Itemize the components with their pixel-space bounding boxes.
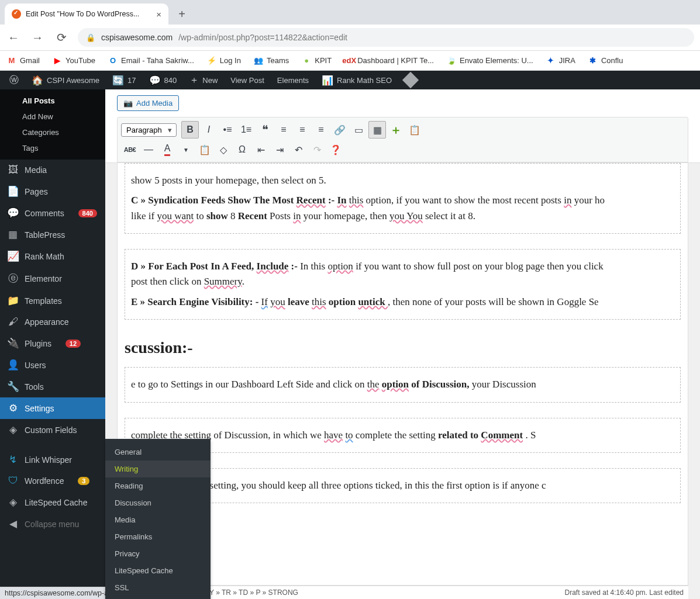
lock-icon: 🔒 xyxy=(86,33,95,42)
visit-site[interactable]: 🏠CSPI Awesome xyxy=(27,71,104,89)
bullet-list-button[interactable]: •≡ xyxy=(219,121,236,139)
view-post[interactable]: View Post xyxy=(226,71,269,89)
redo-button[interactable]: ↷ xyxy=(308,141,326,158)
back-button[interactable]: ← xyxy=(6,31,21,44)
indent-button[interactable]: ⇥ xyxy=(271,141,288,158)
bookmark-item[interactable]: ✦JIRA xyxy=(546,56,575,65)
flyout-general[interactable]: General xyxy=(105,444,211,460)
new-content[interactable]: ＋New xyxy=(185,71,222,89)
bookmark-item[interactable]: ✱Conflu xyxy=(588,56,623,65)
outdent-button[interactable]: ⇤ xyxy=(252,141,270,158)
browser-toolbar: ← → ⟳ 🔒 cspisawesome.com/wp-admin/post.p… xyxy=(0,25,700,51)
clear-format-button[interactable]: ◇ xyxy=(215,141,232,158)
menu-wordfence[interactable]: 🛡Wordfence 3 xyxy=(0,470,105,491)
bold-button[interactable]: B xyxy=(181,121,199,139)
linkwhisper-icon: ↯ xyxy=(7,453,19,466)
undo-button[interactable]: ↶ xyxy=(289,141,307,158)
special-char-button[interactable]: Ω xyxy=(233,141,251,158)
number-list-button[interactable]: 1≡ xyxy=(237,121,255,139)
menu-appearance[interactable]: 🖌Appearance xyxy=(0,311,105,333)
menu-link-whisper[interactable]: ↯Link Whisper xyxy=(0,449,105,470)
bookmark-item[interactable]: ▶YouTube xyxy=(53,56,95,65)
address-bar[interactable]: 🔒 cspisawesome.com/wp-admin/post.php?pos… xyxy=(78,28,694,47)
menu-tablepress[interactable]: ▦TablePress xyxy=(0,224,105,245)
flyout-discussion[interactable]: Discussion xyxy=(105,494,211,511)
add-element-button[interactable]: ＋ xyxy=(387,121,405,139)
bookmark-item[interactable]: 🍃Envato Elements: U... xyxy=(447,56,533,65)
menu-collapse[interactable]: ◀Collapse menu xyxy=(0,513,105,535)
discussion-heading: scussion:- xyxy=(125,335,681,360)
align-left-button[interactable]: ≡ xyxy=(275,121,292,139)
url-host: cspisawesome.com xyxy=(101,33,173,42)
forward-button[interactable]: → xyxy=(30,31,45,44)
sub-tags[interactable]: Tags xyxy=(0,140,105,156)
admin-diamond-icon[interactable] xyxy=(400,74,421,86)
bookmark-item[interactable]: ⚡Log In xyxy=(207,56,241,65)
sub-all-posts[interactable]: All Posts xyxy=(0,93,105,109)
italic-button[interactable]: I xyxy=(200,121,218,139)
kitchen-sink-button[interactable]: ▦ xyxy=(368,121,386,139)
help-button[interactable]: ❓ xyxy=(327,141,344,158)
align-center-button[interactable]: ≡ xyxy=(294,121,311,139)
menu-users[interactable]: 👤Users xyxy=(0,354,105,376)
hr-button[interactable]: — xyxy=(140,141,157,158)
link-button[interactable]: 🔗 xyxy=(331,121,349,139)
new-tab-button[interactable]: + xyxy=(173,5,191,23)
flyout-writing[interactable]: Writing xyxy=(105,460,211,477)
add-media-button[interactable]: 📷 Add Media xyxy=(117,95,179,111)
bookmark-item[interactable]: MGmail xyxy=(7,56,40,65)
align-right-button[interactable]: ≡ xyxy=(312,121,330,139)
flyout-privacy[interactable]: Privacy xyxy=(105,545,211,562)
flyout-litespeed[interactable]: LiteSpeed Cache xyxy=(105,562,211,579)
menu-litespeed[interactable]: ◈LiteSpeed Cache xyxy=(0,491,105,513)
litespeed-icon: ◈ xyxy=(7,496,19,508)
format-select[interactable]: Paragraph xyxy=(121,123,177,137)
menu-elementor[interactable]: ⓔElementor xyxy=(0,267,105,290)
more-button[interactable]: ▭ xyxy=(350,121,367,139)
menu-templates[interactable]: 📁Templates xyxy=(0,290,105,311)
settings-icon: ⚙ xyxy=(7,402,19,414)
text-color-dropdown[interactable]: ▼ xyxy=(177,141,195,158)
bookmark-item[interactable]: edXDashboard | KPIT Te... xyxy=(344,56,434,65)
bookmark-item[interactable]: 👥Teams xyxy=(254,56,289,65)
sub-add-new[interactable]: Add New xyxy=(0,109,105,124)
comments-count-badge: 840 xyxy=(78,209,97,217)
bookmark-label: Dashboard | KPIT Te... xyxy=(357,56,434,65)
text-color-button[interactable]: A xyxy=(158,141,176,158)
sub-categories[interactable]: Categories xyxy=(0,124,105,140)
flyout-media[interactable]: Media xyxy=(105,511,211,528)
elementor-icon: ⓔ xyxy=(7,272,19,285)
comments[interactable]: 💬840 xyxy=(144,71,182,89)
reload-button[interactable]: ⟳ xyxy=(54,30,69,44)
menu-rankmath[interactable]: 📈Rank Math xyxy=(0,245,105,267)
tablepress-icon: ▦ xyxy=(7,228,19,241)
paste-text-button[interactable]: 📋 xyxy=(196,141,213,158)
media-icon: 🖼 xyxy=(7,164,19,176)
bookmark-icon: ⚡ xyxy=(207,56,216,65)
strikethrough-button[interactable]: AB€ xyxy=(121,141,139,158)
menu-tools[interactable]: 🔧Tools xyxy=(0,376,105,397)
menu-plugins[interactable]: 🔌Plugins 12 xyxy=(0,333,105,354)
browser-tab[interactable]: Edit Post "How To Do WordPress... × xyxy=(5,4,168,25)
flyout-ssl[interactable]: SSL xyxy=(105,579,211,596)
wp-admin-bar: ⓦ 🏠CSPI Awesome 🔄17 💬840 ＋New View Post … xyxy=(0,71,700,89)
paste-button[interactable]: 📋 xyxy=(406,121,423,139)
tab-close-icon[interactable]: × xyxy=(156,9,161,19)
menu-pages[interactable]: 📄Pages xyxy=(0,181,105,202)
menu-media[interactable]: 🖼Media xyxy=(0,160,105,181)
menu-comments[interactable]: 💬Comments 840 xyxy=(0,202,105,224)
flyout-permalinks[interactable]: Permalinks xyxy=(105,528,211,545)
pages-icon: 📄 xyxy=(7,185,19,198)
wp-logo[interactable]: ⓦ xyxy=(5,71,23,89)
rank-math-seo[interactable]: 📊Rank Math SEO xyxy=(317,71,396,89)
bookmark-item[interactable]: OEmail - Taha Sakriw... xyxy=(108,56,194,65)
blockquote-button[interactable]: ❝ xyxy=(256,121,274,139)
tab-strip: Edit Post "How To Do WordPress... × + xyxy=(0,0,700,25)
bookmark-label: Email - Taha Sakriw... xyxy=(121,56,194,65)
menu-settings[interactable]: ⚙Settings xyxy=(0,397,105,419)
bookmark-item[interactable]: ●KPIT xyxy=(302,56,332,65)
menu-custom-fields[interactable]: ◈Custom Fields xyxy=(0,419,105,441)
flyout-reading[interactable]: Reading xyxy=(105,477,211,494)
updates[interactable]: 🔄17 xyxy=(108,71,140,89)
elements[interactable]: Elements xyxy=(273,71,313,89)
